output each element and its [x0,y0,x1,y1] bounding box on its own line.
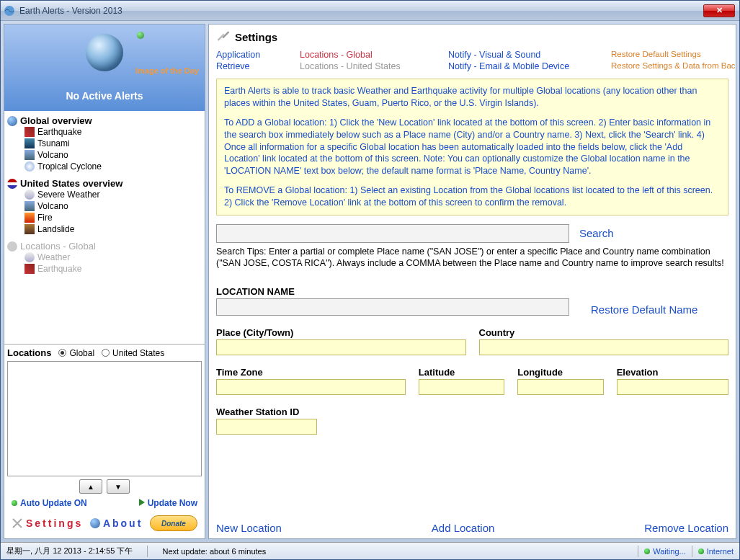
tab-notify-visual[interactable]: Notify - Visual & Sound [448,50,607,60]
close-button[interactable]: ✕ [703,4,735,17]
earthquake-icon [24,264,35,274]
about-link[interactable]: About [90,517,143,529]
location-name-input[interactable] [216,298,569,316]
nav-item-eq-loc[interactable]: Earthquake [7,263,202,275]
add-location-link[interactable]: Add Location [432,522,495,534]
radio-global[interactable]: Global [58,348,94,358]
latitude-field [419,379,504,395]
tools-icon [216,29,231,45]
status-next-update: Next update: about 6 minutes [162,547,266,556]
update-now-button[interactable]: Update Now [139,498,197,508]
weather-icon [24,190,35,200]
timezone-field [216,379,406,395]
info-box: Earth Alerts is able to track basic Weat… [216,79,728,215]
move-up-button[interactable]: ▲ [79,479,102,494]
locations-panel: Locations Global United States ▲ ▼ Auto … [4,344,205,538]
window-title: Earth Alerts - Version 2013 [19,6,703,16]
tab-notify-email[interactable]: Notify - Email & Mobile Device [448,61,607,71]
auto-update-toggle[interactable]: Auto Update ON [12,498,87,508]
tab-retrieve[interactable]: Retrieve [216,61,295,71]
locations-list[interactable] [7,361,202,476]
nav-item-landslide[interactable]: Landslide [7,223,202,235]
nav-item-volcano-us[interactable]: Volcano [7,200,202,212]
label-place: Place (City/Town) [216,327,466,338]
statusbar: 星期一, 八月 12 2013 - 2:14:55 下午 Next update… [1,542,739,559]
landslide-icon [24,224,35,234]
tab-application[interactable]: Application [216,50,295,60]
status-datetime: 星期一, 八月 12 2013 - 2:14:55 下午 [6,546,133,556]
restore-default-name-link[interactable]: Restore Default Name [591,303,697,316]
titlebar: Earth Alerts - Version 2013 ✕ [1,1,739,21]
volcano-icon [24,150,35,160]
no-active-alerts: No Active Alerts [66,90,143,102]
label-station: Weather Station ID [216,406,317,417]
sidebar: Image of the Day No Active Alerts Global… [4,24,205,539]
us-flag-icon [7,179,17,189]
app-icon [4,5,15,17]
fire-icon [24,213,35,223]
remove-location-link[interactable]: Remove Location [644,522,728,534]
nav-item-volcano[interactable]: Volcano [7,149,202,161]
globe-icon [86,34,123,71]
nav-locations-global[interactable]: Locations - Global [7,241,202,252]
status-dot-icon [137,32,144,39]
label-longitude: Longitude [517,367,603,378]
globe-icon [7,116,17,126]
label-country: Country [479,327,729,338]
image-of-day-link[interactable]: Image of the Day [135,66,199,75]
nav-us-overview[interactable]: United States overview [7,178,202,189]
tab-restore-defaults[interactable]: Restore Default Settings [611,50,726,60]
status-internet: Internet [698,547,734,556]
weather-icon [24,252,35,262]
nav-item-earthquake[interactable]: Earthquake [7,126,202,138]
globe-icon [90,518,100,528]
new-location-link[interactable]: New Location [216,522,282,534]
tab-locations-us[interactable]: Locations - United States [300,61,444,71]
label-timezone: Time Zone [216,367,406,378]
search-link[interactable]: Search [579,227,614,239]
radio-us[interactable]: United States [102,348,164,358]
location-icon [7,241,17,252]
tab-restore-backup[interactable]: Restore Settings & Data from Backup File… [611,61,726,71]
nav-item-tsunami[interactable]: Tsunami [7,138,202,149]
nav-global-overview[interactable]: Global overview [7,115,202,126]
nav-item-fire[interactable]: Fire [7,212,202,223]
locations-label: Locations [7,347,51,358]
nav-item-severe[interactable]: Severe Weather [7,189,202,200]
label-location-name: LOCATION NAME [216,286,569,297]
label-latitude: Latitude [419,367,504,378]
move-down-button[interactable]: ▼ [107,479,130,494]
page-title: Settings [235,31,277,43]
volcano-icon [24,201,35,211]
search-tips: Search Tips: Enter a partial or complete… [216,246,728,270]
sidebar-header: Image of the Day No Active Alerts [4,25,205,111]
nav-tree: Global overview Earthquake Tsunami Volca… [4,111,205,344]
search-input[interactable] [216,224,569,243]
tab-locations-global[interactable]: Locations - Global [300,50,444,60]
longitude-field [517,379,603,395]
donate-button[interactable]: Donate [150,515,197,531]
status-waiting: Waiting... [644,547,685,556]
nav-item-tropical[interactable]: Tropical Cyclone [7,161,202,172]
label-elevation: Elevation [617,367,728,378]
station-field [216,419,317,435]
earthquake-icon [24,127,35,137]
main-panel: Settings Application Locations - Global … [208,24,736,539]
elevation-field [617,379,728,395]
tsunami-icon [24,138,35,148]
nav-item-weather-loc[interactable]: Weather [7,252,202,263]
cyclone-icon [24,161,35,172]
country-field [479,339,729,355]
settings-link[interactable]: Settings [12,517,83,529]
place-field [216,339,466,355]
